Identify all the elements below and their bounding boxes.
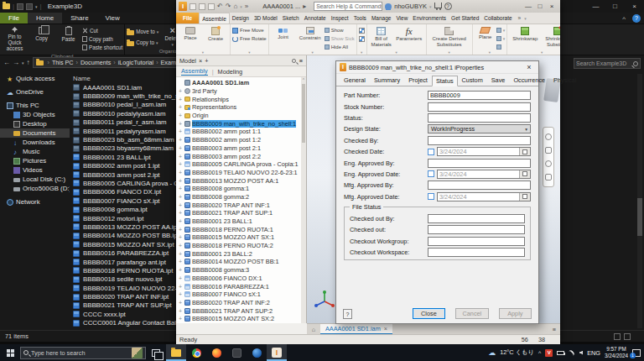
ribbon-collapse-icon[interactable]: ^ <box>622 15 626 23</box>
bill-of-materials-button[interactable]: Bill of Materials <box>369 25 394 54</box>
dof-toggle-2[interactable] <box>359 35 365 42</box>
dialog-tab[interactable]: Summary <box>370 75 404 86</box>
breadcrumb-item[interactable]: Documents <box>73 59 111 66</box>
tree-node[interactable]: BBBB0001 23 BALL:2 <box>179 249 306 258</box>
explorer-maximize-button[interactable]: □ <box>605 0 625 13</box>
tree-node[interactable]: BBBB0015 MOZZO ANT SX:2 <box>179 315 306 323</box>
eng-approved-date-input[interactable]: 3/24/2024 <box>437 170 531 179</box>
cut-button[interactable]: Cut <box>82 27 122 34</box>
mfg-approved-date-input[interactable]: 3/24/2024 <box>437 192 531 201</box>
signed-in-user[interactable]: nhoGUBYK <box>394 3 427 10</box>
search-highlight-image[interactable] <box>132 348 143 358</box>
tree-node[interactable]: AAAA0001 SD1.iam <box>179 79 306 87</box>
tray-expand-icon[interactable]: ^ <box>538 350 541 356</box>
tabs-overflow-icon[interactable]: » <box>518 15 522 21</box>
checked-date-input[interactable]: 3/24/2024 <box>437 147 531 156</box>
sidebar-item[interactable]: Documents <box>0 128 70 138</box>
start-button[interactable] <box>0 344 20 361</box>
breadcrumb-item[interactable]: iLogicTutorial <box>111 59 153 66</box>
sidebar-item[interactable]: Music <box>0 147 70 156</box>
inventor-maximize-button[interactable]: □ <box>534 0 546 13</box>
mfg-approved-date-picker-icon[interactable] <box>519 193 530 201</box>
sidebar-item[interactable]: Pictures <box>0 156 70 165</box>
sidebar-item[interactable]: Local Disk (C:) <box>0 175 70 184</box>
parameters-button[interactable]: Parameters <box>394 25 424 54</box>
browser-menu-icon[interactable]: ≡ <box>299 57 303 65</box>
pin-to-quick-access-button[interactable]: Pin to Quick access <box>2 25 28 52</box>
browser-search-icon[interactable] <box>292 59 296 63</box>
inventor-tab[interactable]: Collaborate <box>481 13 514 24</box>
inventor-tab[interactable]: Sketch <box>280 13 302 24</box>
inventor-close-button[interactable]: × <box>546 0 558 13</box>
forward-icon[interactable]: → <box>13 59 19 66</box>
qat-overflow-icon[interactable]: » <box>245 0 248 13</box>
document-tab-menu-icon[interactable]: ≡ <box>553 326 560 333</box>
free-move-button[interactable]: Free Move <box>232 27 267 34</box>
part-number-input[interactable] <box>428 91 531 100</box>
inventor-tab[interactable]: File <box>176 13 199 24</box>
free-rotate-button[interactable]: Free Rotate <box>232 35 267 42</box>
hide-all-button[interactable]: Hide All <box>325 44 355 50</box>
taskbar-firefox-button[interactable] <box>206 344 226 361</box>
qat-customize-chevron-icon[interactable]: ▾ <box>35 4 38 9</box>
create-button[interactable]: Create <box>203 25 228 54</box>
inventor-tab[interactable]: Get Started <box>449 13 481 24</box>
tree-node[interactable]: 3rd Party <box>179 87 306 96</box>
inventor-tab[interactable]: Design <box>230 13 252 24</box>
details-view-icon[interactable] <box>614 333 621 340</box>
tree-node[interactable]: Origin <box>179 112 306 120</box>
tree-node[interactable]: BBBB0020 TRAP ANT INF:1 <box>179 201 306 209</box>
browser-add-tab-icon[interactable]: + <box>205 57 208 65</box>
antivirus-tray-icon[interactable] <box>545 349 553 357</box>
browser-scrollbar[interactable]: ^ <box>301 77 306 323</box>
weather-cloud-icon[interactable]: ☁ <box>488 348 496 357</box>
tree-node[interactable]: BBBB0021 TRAP ANT SUP:1 <box>179 209 306 217</box>
inventor-minimize-button[interactable]: — <box>522 0 534 13</box>
sidebar-item[interactable]: 3D Objects <box>0 110 70 119</box>
taskbar-search-input[interactable]: Type here to search <box>20 347 146 359</box>
eng-approved-by-input[interactable] <box>428 159 531 168</box>
browser-tab-close-icon[interactable]: × <box>199 57 202 65</box>
sidebar-item[interactable]: Downloads <box>0 138 70 147</box>
mfg-approved-date-checkbox[interactable] <box>428 193 434 200</box>
move-to-button[interactable]: Move to ▾ <box>127 27 158 36</box>
scrollbar-thumb[interactable] <box>302 84 305 143</box>
tree-node[interactable]: BBBB0016 PARABREZZA:1 <box>179 282 306 290</box>
task-view-button[interactable] <box>146 344 166 361</box>
weather-text[interactable]: 12°C くもり <box>500 348 534 357</box>
show-sick-button[interactable]: Show Sick <box>325 35 355 42</box>
tree-node[interactable]: BBBB0019 TELAIO NUOVO 22-6-23:1 <box>179 169 306 177</box>
inventor-tab[interactable]: View <box>393 13 410 24</box>
action-center-icon[interactable]: 1 <box>632 349 641 357</box>
store-cart-icon[interactable] <box>434 3 442 8</box>
up-icon[interactable]: ↑ <box>27 59 30 66</box>
language-indicator[interactable]: ENG <box>587 349 600 357</box>
dof-toggle-1[interactable] <box>359 27 365 34</box>
help-search-input[interactable]: Search Help & Commands... <box>314 2 382 11</box>
sidebar-item[interactable]: Quick access <box>0 74 70 83</box>
plane-button[interactable]: Plane <box>475 25 496 54</box>
breadcrumb-item[interactable]: This PC <box>45 59 74 66</box>
tree-node[interactable]: BBBB0005 CARLINGA prova - Copia:1 <box>179 160 306 169</box>
tree-node[interactable]: BBBB0003 amm post 2:2 <box>179 152 306 160</box>
subtab-modeling[interactable]: Modeling <box>218 68 243 76</box>
design-state-select[interactable]: WorkInProgress ▾ <box>428 124 531 133</box>
status-input[interactable] <box>428 113 531 123</box>
scrollbar-thumb[interactable] <box>637 198 642 236</box>
inventor-tab[interactable]: 3D Model <box>252 13 280 24</box>
home-icon[interactable]: ⌂ <box>233 0 237 13</box>
mfg-approved-by-input[interactable] <box>428 180 531 190</box>
dialog-help-button[interactable]: ? <box>343 309 352 319</box>
checked-date-checkbox[interactable] <box>428 149 434 155</box>
tree-node[interactable]: BBBB0003 amm post 2:1 <box>179 144 306 153</box>
joint-button[interactable]: Joint <box>271 25 296 54</box>
tree-node[interactable]: Relationships <box>179 95 306 103</box>
tree-node[interactable]: BBBB0008 gomma:1 <box>179 185 306 193</box>
home-tab-icon[interactable]: ⌂ <box>307 326 320 333</box>
battery-icon[interactable] <box>557 351 564 355</box>
orbit-icon[interactable] <box>545 174 552 180</box>
inventor-tab[interactable]: Inspect <box>329 13 351 24</box>
qat-properties-icon[interactable] <box>17 3 23 10</box>
cancel-button[interactable]: Cancel <box>455 308 488 319</box>
dialog-tab[interactable]: Physical <box>549 75 580 86</box>
